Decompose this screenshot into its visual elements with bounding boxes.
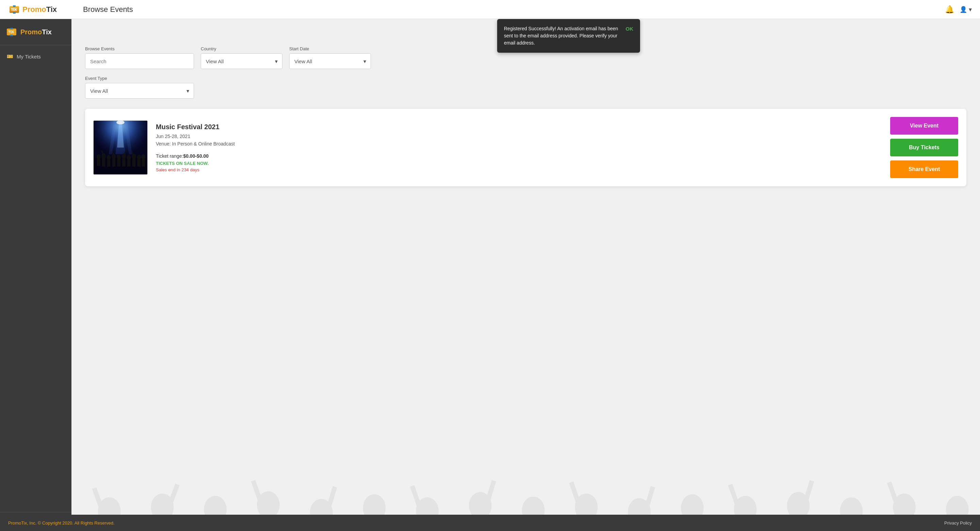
svg-rect-35 [137,160,140,167]
event-type-filter-group: Event Type View All ▾ [85,76,194,98]
browse-events-label: Browse Events [85,46,194,51]
svg-point-32 [132,154,136,159]
svg-point-30 [127,155,131,160]
svg-line-79 [803,481,812,511]
ticket-icon: 🎫 [7,53,13,60]
event-image [94,121,147,174]
sidebar-divider [0,512,72,512]
country-select[interactable]: View All [201,53,282,69]
svg-rect-2 [13,5,16,7]
svg-point-42 [98,497,121,515]
svg-point-64 [522,497,545,515]
start-date-select-wrapper: View All ▾ [289,53,371,69]
svg-rect-19 [97,159,100,166]
svg-rect-7 [10,28,13,29]
event-details: Music Festival 2021 Jun 25-28, 2021 Venu… [156,123,882,172]
top-logo-area: TIX PromoTix [8,3,76,16]
svg-line-47 [167,484,177,512]
event-type-label: Event Type [85,76,194,81]
svg-point-69 [628,498,651,515]
svg-line-76 [730,484,741,515]
svg-point-82 [893,494,916,515]
top-logo-text: PromoTix [22,5,57,14]
start-date-filter-group: Start Date View All ▾ [289,46,371,69]
start-date-select[interactable]: View All [289,53,371,69]
svg-line-84 [889,482,900,512]
promotix-logo-icon: TIX [8,3,21,16]
svg-point-18 [97,154,101,160]
svg-point-56 [363,494,386,515]
tickets-on-sale-badge: TICKETS ON SALE NOW. [156,161,882,166]
event-image-wrapper [93,120,148,175]
event-type-select-wrapper: View All ▾ [85,83,194,98]
sidebar-item-my-tickets[interactable]: 🎫 My Tickets [0,49,72,64]
svg-point-45 [151,494,174,515]
share-event-button[interactable]: Share Event [890,160,958,178]
svg-rect-29 [122,159,126,167]
svg-rect-31 [127,160,130,167]
svg-rect-25 [112,159,115,167]
svg-line-71 [644,487,653,515]
sidebar-item-label: My Tickets [17,54,41,60]
toast-ok-button[interactable]: OK [626,25,633,32]
bg-crowd-decoration: .crowd-silhouette { fill: #888; } [72,447,980,515]
svg-point-34 [137,155,141,160]
svg-rect-23 [107,160,111,167]
svg-point-80 [840,497,862,515]
svg-point-36 [141,154,145,160]
svg-point-48 [204,496,227,515]
svg-point-26 [117,155,121,160]
svg-text:TIX: TIX [8,30,14,34]
start-date-label: Start Date [289,46,371,51]
event-card: Music Festival 2021 Jun 25-28, 2021 Venu… [85,109,966,186]
svg-rect-33 [132,159,136,167]
event-type-select[interactable]: View All [85,83,194,98]
svg-point-66 [575,494,598,515]
svg-line-63 [485,481,494,511]
svg-rect-21 [102,159,105,167]
user-menu[interactable]: 👤 ▾ [959,6,972,13]
svg-point-22 [107,155,111,160]
svg-point-77 [787,492,810,515]
ticket-range-label: Ticket range: [156,153,183,159]
svg-point-53 [310,499,333,515]
svg-line-52 [253,481,264,511]
svg-rect-3 [13,12,16,14]
nav-icons: 🔔 👤 ▾ [945,5,972,14]
footer: PromoTix, Inc. © Copyright 2020. All Rig… [0,515,980,531]
toast-message: Registered Successfully! An activation e… [504,25,619,47]
svg-point-72 [681,494,704,515]
main-content: Registered Successfully! An activation e… [72,19,980,531]
country-label: Country [201,46,282,51]
svg-rect-37 [142,159,145,167]
country-filter-group: Country View All ▾ [201,46,282,69]
svg-point-61 [469,492,492,515]
event-actions: View Event Buy Tickets Share Event [890,117,958,178]
svg-point-85 [946,496,969,515]
svg-line-44 [94,488,105,515]
event-date: Jun 25-28, 2021 [156,133,882,139]
sidebar: TIX PromoTix 🎫 My Tickets CONTACT US [0,19,72,531]
event-name: Music Festival 2021 [156,123,882,131]
top-navbar: TIX PromoTix Browse Events 🔔 👤 ▾ [0,0,980,19]
browse-events-filter-group: Browse Events [85,46,194,69]
notification-toast: Registered Successfully! An activation e… [497,19,640,53]
buy-tickets-button[interactable]: Buy Tickets [890,139,958,156]
sidebar-nav: 🎫 My Tickets [0,45,72,509]
svg-line-55 [326,487,335,515]
svg-line-60 [412,486,423,515]
sidebar-logo-area: TIX PromoTix [0,19,72,45]
bell-icon[interactable]: 🔔 [945,5,954,14]
svg-point-58 [416,497,439,515]
view-event-button[interactable]: View Event [890,117,958,135]
svg-text:TIX: TIX [11,8,17,11]
ticket-range-value: $0.00-$0.00 [183,153,208,159]
svg-rect-8 [10,35,13,36]
filters-section: Browse Events Country View All ▾ Start D… [85,46,966,98]
svg-point-50 [257,491,280,515]
search-input[interactable] [85,53,194,69]
svg-line-68 [571,482,582,512]
ticket-range: Ticket range:$0.00-$0.00 [156,153,882,159]
svg-rect-27 [117,160,121,167]
footer-privacy-link[interactable]: Privacy Policy [944,520,972,526]
